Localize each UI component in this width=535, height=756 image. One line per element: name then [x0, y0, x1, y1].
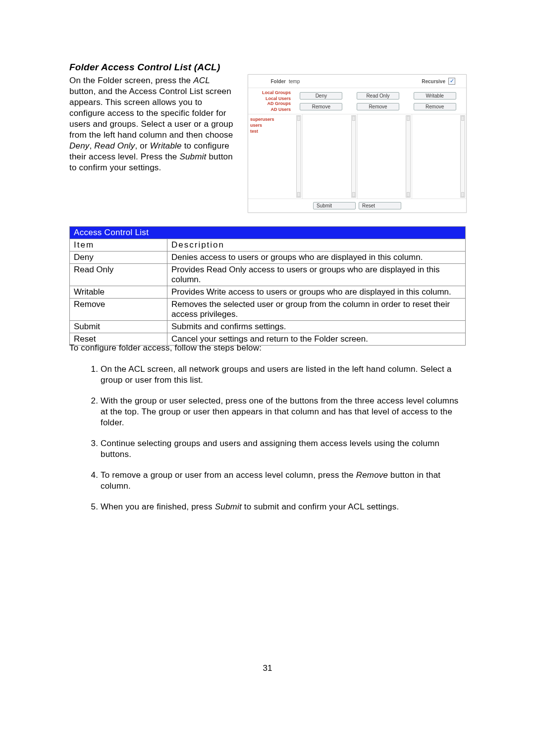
tab-ad-users[interactable]: AD Users	[251, 107, 291, 112]
desc-cell: Provides Write access to users or groups…	[167, 286, 466, 299]
text: On the Folder screen, press the	[69, 76, 193, 85]
writable-button[interactable]: Writable	[414, 92, 456, 100]
intro-paragraph: On the Folder screen, press the ACL butt…	[69, 75, 238, 173]
acl-top-row: Folder temp Recursive ✓	[248, 75, 466, 88]
acl-description-table: Access Control List Item Description Den…	[69, 226, 466, 346]
readonly-listbox[interactable]	[357, 114, 412, 199]
folder-value: temp	[289, 79, 319, 84]
acl-remove-row: AD Groups AD Users Remove Remove Remove	[248, 101, 466, 114]
table-title-row: Access Control List	[70, 227, 466, 239]
page: Folder Access Control List (ACL) On the …	[0, 0, 535, 756]
recursive-label: Recursive	[319, 79, 448, 84]
scrollbar[interactable]	[460, 115, 465, 198]
remove-button-writable[interactable]: Remove	[414, 103, 456, 110]
source-listbox[interactable]: superusers users test	[248, 114, 302, 199]
header-item: Item	[70, 239, 167, 252]
step-2: With the group or user selected, press o…	[101, 396, 468, 428]
acl-columns: superusers users test	[248, 114, 466, 199]
list-item[interactable]: superusers	[250, 116, 300, 122]
step-4: To remove a group or user from an access…	[101, 470, 468, 492]
table-row: Remove Removes the selected user or grou…	[70, 299, 466, 321]
italic-remove: Remove	[356, 470, 388, 480]
italic-acl: ACL	[193, 76, 210, 85]
page-number: 31	[0, 663, 535, 673]
italic-submit: Submit	[215, 502, 242, 511]
followup-intro: To configure folder access, follow the s…	[69, 343, 466, 353]
text: Continue selecting groups and users and …	[101, 439, 439, 459]
source-tabs: Local Groups Local Users	[251, 90, 293, 101]
deny-listbox[interactable]	[302, 114, 357, 199]
source-tabs-2: AD Groups AD Users	[251, 101, 293, 112]
table-title: Access Control List	[70, 227, 466, 239]
recursive-checkbox[interactable]: ✓	[448, 78, 455, 85]
table-row: Submit Submits and confirms settings.	[70, 321, 466, 333]
deny-button[interactable]: Deny	[300, 92, 342, 100]
remove-button-readonly[interactable]: Remove	[357, 103, 399, 110]
acl-dialog-screenshot: Folder temp Recursive ✓ Local Groups Loc…	[248, 74, 467, 213]
writable-listbox[interactable]	[412, 114, 466, 199]
steps-list: On the ACL screen, all network groups an…	[87, 364, 468, 522]
submit-button[interactable]: Submit	[313, 202, 356, 209]
text: On the ACL screen, all network groups an…	[101, 364, 452, 385]
tab-local-groups[interactable]: Local Groups	[251, 90, 291, 95]
text: to submit and confirm your ACL settings.	[242, 502, 399, 511]
list-item[interactable]: users	[250, 122, 300, 128]
scrollbar[interactable]	[351, 115, 356, 198]
folder-label: Folder	[251, 79, 289, 84]
table-header-row: Item Description	[70, 239, 466, 252]
remove-button-deny[interactable]: Remove	[300, 103, 342, 110]
step-1: On the ACL screen, all network groups an…	[101, 364, 468, 386]
section-heading: Folder Access Control List (ACL)	[69, 62, 220, 73]
acl-header-buttons-row: Local Groups Local Users Deny Read Only …	[248, 88, 466, 101]
step-5: When you are finished, press Submit to s…	[101, 502, 468, 512]
table-row: Writable Provides Write access to users …	[70, 286, 466, 299]
scrollbar[interactable]	[296, 115, 301, 198]
text: ,	[90, 141, 95, 151]
item-cell: Writable	[70, 286, 167, 299]
readonly-button[interactable]: Read Only	[357, 92, 399, 100]
desc-cell: Removes the selected user or group from …	[167, 299, 466, 321]
italic-deny: Deny	[69, 141, 90, 151]
italic-readonly: Read Only	[94, 141, 135, 151]
text: , or	[135, 141, 150, 151]
text: With the group or user selected, press o…	[101, 396, 459, 427]
tab-ad-groups[interactable]: AD Groups	[251, 101, 291, 106]
desc-cell: Denies access to users or groups who are…	[167, 252, 466, 264]
desc-cell: Submits and confirms settings.	[167, 321, 466, 333]
header-description: Description	[167, 239, 466, 252]
item-cell: Deny	[70, 252, 167, 264]
italic-writable: Writable	[150, 141, 182, 151]
list-item[interactable]: test	[250, 128, 300, 134]
tab-local-users[interactable]: Local Users	[251, 96, 291, 101]
scrollbar[interactable]	[406, 115, 411, 198]
text: When you are finished, press	[101, 502, 215, 511]
reset-button[interactable]: Reset	[359, 202, 401, 209]
text: To remove a group or user from an access…	[101, 470, 356, 480]
acl-bottom-buttons: Submit Reset	[248, 199, 466, 212]
desc-cell: Provides Read Only access to users or gr…	[167, 264, 466, 286]
italic-submit: Submit	[179, 152, 206, 161]
table-row: Deny Denies access to users or groups wh…	[70, 252, 466, 264]
item-cell: Remove	[70, 299, 167, 321]
item-cell: Read Only	[70, 264, 167, 286]
table-row: Read Only Provides Read Only access to u…	[70, 264, 466, 286]
item-cell: Submit	[70, 321, 167, 333]
step-3: Continue selecting groups and users and …	[101, 438, 468, 460]
text: button, and the Access Control List scre…	[69, 87, 233, 140]
